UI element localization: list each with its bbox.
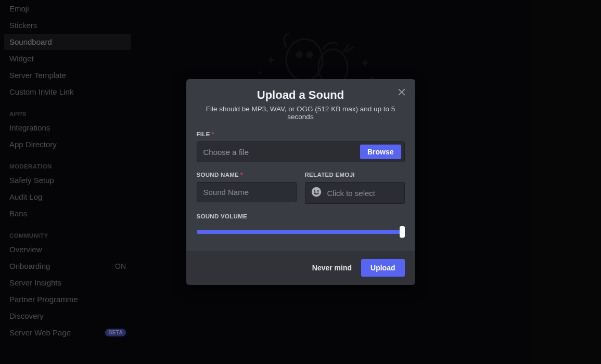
browse-button[interactable]: Browse	[360, 145, 401, 159]
emoji-face-icon	[311, 186, 322, 200]
emoji-placeholder: Click to select	[327, 189, 376, 198]
sound-volume-label: SOUND VOLUME	[197, 213, 405, 219]
dialog-title: Upload a Sound	[197, 88, 405, 102]
dialog-footer: Never mind Upload	[186, 251, 415, 285]
file-picker[interactable]: Choose a file Browse	[197, 141, 405, 162]
upload-sound-dialog: Upload a Sound File should be MP3, WAV, …	[186, 79, 415, 285]
sound-name-label: SOUND NAME*	[197, 172, 297, 178]
svg-point-10	[311, 187, 321, 197]
slider-thumb[interactable]	[400, 226, 405, 238]
sound-name-input[interactable]	[197, 182, 297, 202]
svg-point-12	[317, 190, 318, 192]
emoji-picker[interactable]: Click to select	[305, 182, 405, 204]
svg-point-11	[314, 190, 315, 192]
slider-track	[197, 230, 405, 234]
file-placeholder: Choose a file	[203, 148, 360, 157]
volume-slider[interactable]	[197, 224, 405, 239]
cancel-button[interactable]: Never mind	[312, 264, 352, 272]
related-emoji-label: RELATED EMOJI	[305, 172, 405, 178]
file-label: FILE*	[197, 131, 405, 137]
close-icon[interactable]	[397, 86, 407, 99]
dialog-subtitle: File should be MP3, WAV, or OGG (512 KB …	[197, 105, 405, 121]
upload-button[interactable]: Upload	[361, 259, 404, 277]
modal-overlay[interactable]: Upload a Sound File should be MP3, WAV, …	[0, 0, 601, 364]
